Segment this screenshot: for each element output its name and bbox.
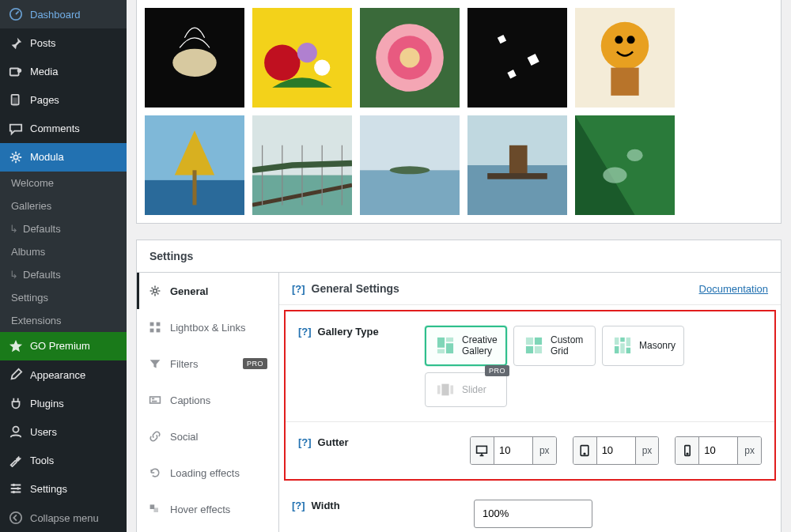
sidebar-item-label: Tools <box>30 455 54 466</box>
documentation-link[interactable]: Documentation <box>699 283 768 295</box>
sidebar-item-users[interactable]: Users <box>0 417 127 446</box>
gallery-thumb[interactable] <box>467 115 567 215</box>
gallery-thumb[interactable] <box>145 8 244 108</box>
tab-social[interactable]: Social <box>137 418 278 455</box>
gallery-thumb[interactable] <box>467 8 567 108</box>
sidebar-item-settings[interactable]: Settings <box>0 474 127 503</box>
gallery-type-label: Gallery Type <box>318 326 379 338</box>
page-icon <box>8 92 24 108</box>
tab-video[interactable]: Video PRO <box>137 527 278 532</box>
plug-icon <box>8 395 24 411</box>
gallery-thumb[interactable] <box>575 8 675 108</box>
gallery-type-custom-grid[interactable]: Custom Grid <box>513 326 596 366</box>
gutter-tablet: px <box>573 436 660 465</box>
svg-rect-38 <box>487 173 547 179</box>
tab-loading-effects[interactable]: Loading effects <box>137 455 278 491</box>
svg-point-2 <box>17 68 21 72</box>
slider-icon <box>437 381 454 398</box>
gutter-tablet-input[interactable] <box>597 437 635 464</box>
help-icon[interactable]: [?] <box>292 283 305 295</box>
sidebar-sub-extensions[interactable]: Extensions <box>0 309 127 332</box>
gallery-thumb[interactable] <box>252 115 352 215</box>
svg-point-7 <box>13 484 16 487</box>
hover-icon <box>148 502 162 516</box>
sidebar-sub-albums[interactable]: Albums <box>0 240 127 263</box>
sidebar-item-media[interactable]: Media <box>0 58 127 86</box>
sidebar-item-posts[interactable]: Posts <box>0 29 127 58</box>
svg-rect-21 <box>467 8 567 108</box>
sidebar-sub-welcome[interactable]: Welcome <box>0 172 127 194</box>
svg-rect-4 <box>13 97 17 106</box>
svg-rect-43 <box>150 323 154 326</box>
svg-rect-1 <box>10 68 19 75</box>
sidebar-item-label: Settings <box>30 483 67 495</box>
svg-point-24 <box>615 36 623 43</box>
svg-rect-58 <box>615 338 619 345</box>
gallery-thumb[interactable] <box>360 8 460 108</box>
creative-gallery-icon <box>437 337 454 354</box>
gallery-type-slider[interactable]: PRO Slider <box>425 372 507 407</box>
settings-panel-title: Settings <box>137 240 781 273</box>
help-icon[interactable]: [?] <box>298 436 312 448</box>
wrench-icon <box>8 452 24 468</box>
tab-captions[interactable]: Captions <box>137 382 278 418</box>
sidebar-collapse[interactable]: Collapse menu <box>0 504 127 532</box>
dashboard-icon <box>8 6 24 22</box>
svg-point-5 <box>13 155 17 159</box>
svg-point-71 <box>687 453 688 455</box>
general-settings-header: [?] General Settings Documentation <box>279 273 781 305</box>
svg-point-15 <box>297 43 317 62</box>
pro-badge: PRO <box>485 365 509 376</box>
sidebar-item-label: Posts <box>30 37 56 49</box>
sidebar-item-dashboard[interactable]: Dashboard <box>0 0 127 28</box>
media-icon <box>8 64 24 80</box>
gallery-thumbnails <box>136 0 782 224</box>
sliders-icon <box>8 481 24 496</box>
gallery-type-creative[interactable]: Creative Gallery <box>425 326 507 366</box>
gutter-mobile: px <box>675 436 762 465</box>
svg-point-14 <box>264 45 300 81</box>
tab-lightbox-links[interactable]: Lightbox & Links <box>137 309 278 345</box>
gallery-thumb[interactable] <box>575 115 675 215</box>
sidebar-sub-defaults-1[interactable]: ↳Defaults <box>0 217 127 240</box>
sidebar-item-appearance[interactable]: Appearance <box>0 360 127 389</box>
width-input[interactable] <box>474 500 592 528</box>
sidebar-item-tools[interactable]: Tools <box>0 446 127 474</box>
svg-point-6 <box>13 427 18 432</box>
sidebar-item-pages[interactable]: Pages <box>0 86 127 115</box>
gallery-thumb[interactable] <box>252 8 352 108</box>
mobile-icon <box>676 437 699 464</box>
user-icon <box>8 424 24 440</box>
help-icon[interactable]: [?] <box>298 326 312 338</box>
gallery-thumb[interactable] <box>145 115 244 215</box>
tab-hover-effects[interactable]: Hover effects <box>137 491 278 527</box>
svg-point-42 <box>153 289 157 293</box>
help-icon[interactable]: [?] <box>292 500 305 511</box>
gutter-mobile-input[interactable] <box>699 437 737 464</box>
tablet-icon <box>573 437 597 464</box>
tab-filters[interactable]: Filters PRO <box>137 345 278 382</box>
sidebar-sub-settings[interactable]: Settings <box>0 286 127 309</box>
sidebar-item-comments[interactable]: Comments <box>0 115 127 143</box>
gs-title: General Settings <box>312 282 399 295</box>
sidebar-item-label: Dashboard <box>30 9 81 21</box>
sidebar-item-modula[interactable]: Modula <box>0 143 127 172</box>
unit-label: px <box>737 437 761 464</box>
sidebar-item-label: Pages <box>30 94 59 106</box>
sidebar-sub-galleries[interactable]: Galleries <box>0 194 127 217</box>
gear-icon <box>148 284 162 298</box>
sidebar-item-label: Appearance <box>30 369 85 381</box>
svg-rect-56 <box>526 346 533 353</box>
svg-rect-48 <box>150 504 155 509</box>
svg-rect-54 <box>526 338 533 345</box>
svg-rect-32 <box>360 115 460 170</box>
gallery-type-masonry[interactable]: Masonry <box>602 326 684 366</box>
sidebar-sub-defaults-2[interactable]: ↳Defaults <box>0 263 127 286</box>
tab-general[interactable]: General <box>137 273 278 309</box>
svg-point-34 <box>390 166 430 174</box>
sidebar-item-go-premium[interactable]: GO Premium <box>0 332 127 360</box>
gutter-desktop-input[interactable] <box>494 437 532 464</box>
sidebar-item-plugins[interactable]: Plugins <box>0 389 127 417</box>
wp-sidebar: Dashboard Posts Media Pages Comments Mod… <box>0 0 127 532</box>
gallery-thumb[interactable] <box>360 115 460 215</box>
